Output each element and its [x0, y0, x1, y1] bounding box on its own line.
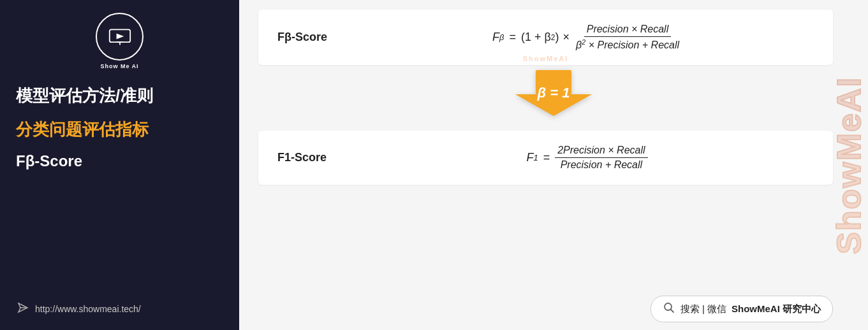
svg-marker-3 — [116, 33, 124, 39]
arrow-area: β = 1 — [239, 65, 868, 121]
logo-circle — [96, 13, 143, 61]
footer-link: http://www.showmeai.tech/ — [35, 304, 141, 314]
fbeta-fraction: Precision × Recall β2 × Precision + Reca… — [573, 24, 682, 51]
f1-fraction: 2Precision × Recall Precision + Recall — [555, 145, 647, 171]
formula-watermark: ShowMeAI — [523, 55, 569, 62]
f1-formula-box: F1-Score F 1 = 2Precision × Recall Preci… — [258, 131, 833, 185]
fbeta-formula-box: Fβ-Score F β = (1 + β2) × Precision × Re… — [258, 10, 833, 65]
search-badge: 搜索 | 微信 ShowMeAI 研究中心 — [651, 296, 833, 322]
search-text1: 搜索 | 微信 — [680, 303, 726, 315]
sidebar-footer: http://www.showmeai.tech/ — [16, 301, 223, 317]
arrow-label: β = 1 — [538, 85, 570, 101]
logo-area: Show Me AI — [16, 13, 223, 69]
logo-icon — [108, 28, 131, 46]
bottom-bar: 搜索 | 微信 ShowMeAI 研究中心 — [239, 288, 868, 330]
search-text2: ShowMeAI 研究中心 — [732, 303, 821, 315]
search-icon — [663, 301, 675, 317]
f1-math: F 1 = 2Precision × Recall Precision + Re… — [360, 145, 814, 171]
logo-text: Show Me AI — [100, 63, 138, 69]
arrow-container: β = 1 — [503, 70, 605, 116]
content-area: ShowMeAI Fβ-Score F β = (1 + β2) × Preci… — [239, 0, 868, 330]
watermark: ShowMeAI — [830, 0, 868, 330]
svg-line-9 — [670, 310, 673, 313]
fbeta-label: Fβ-Score — [277, 31, 335, 44]
sidebar: Show Me AI 模型评估方法/准则 分类问题评估指标 Fβ-Score h… — [0, 0, 239, 330]
section-title: 模型评估方法/准则 — [16, 85, 223, 107]
fbeta-math: F β = (1 + β2) × Precision × Recall β2 ×… — [360, 24, 814, 51]
f1-label: F1-Score — [277, 151, 335, 164]
sub-title: Fβ-Score — [16, 152, 223, 170]
link-icon — [16, 301, 30, 317]
highlight-title: 分类问题评估指标 — [16, 118, 223, 141]
